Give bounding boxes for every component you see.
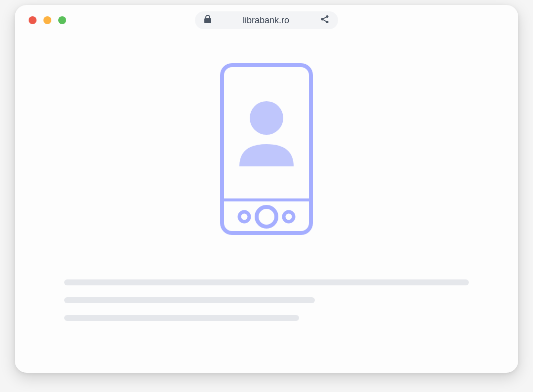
placeholder-line [64, 315, 299, 321]
maximize-window-button[interactable] [58, 16, 66, 24]
svg-point-6 [239, 212, 249, 222]
minimize-window-button[interactable] [43, 16, 51, 24]
text-placeholders [64, 279, 469, 321]
svg-point-5 [250, 101, 283, 135]
url-text: librabank.ro [221, 15, 311, 26]
browser-window: librabank.ro [15, 5, 518, 373]
share-icon[interactable] [320, 15, 329, 26]
traffic-lights [29, 16, 66, 24]
content-area [15, 36, 518, 321]
address-bar[interactable]: librabank.ro [195, 11, 338, 29]
browser-chrome: librabank.ro [15, 5, 518, 36]
placeholder-line [64, 297, 315, 303]
svg-point-7 [257, 207, 276, 227]
placeholder-line [64, 279, 469, 285]
lock-icon [204, 15, 212, 26]
close-window-button[interactable] [29, 16, 37, 24]
phone-user-illustration [220, 63, 313, 237]
svg-point-8 [284, 212, 294, 222]
